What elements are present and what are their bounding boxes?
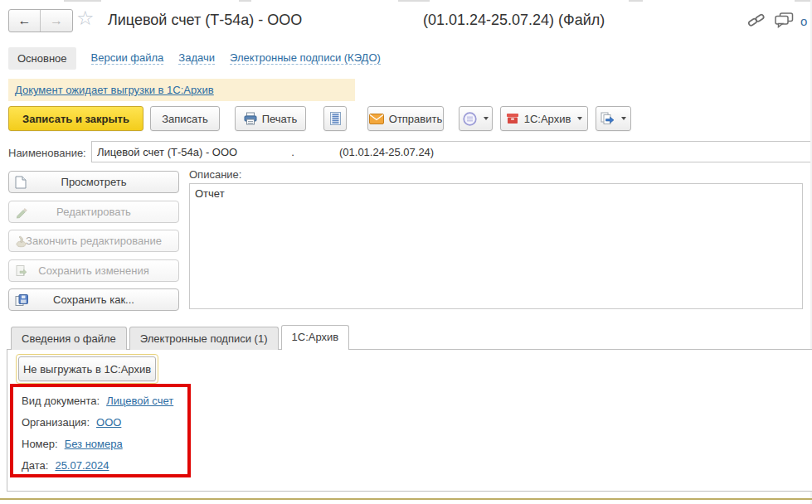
number-link[interactable]: Без номера [65, 438, 123, 450]
nav-link-file-versions[interactable]: Версии файла [91, 51, 164, 65]
discussions-icon[interactable] [775, 12, 794, 31]
page-arrow-icon [15, 264, 27, 277]
name-input[interactable] [91, 141, 812, 162]
field-row-organization: Организация: ООО [22, 414, 187, 429]
cut-off-label: о [800, 14, 807, 28]
esign-menu-button[interactable] [459, 106, 493, 131]
field-row-number: Номер: Без номера [22, 436, 187, 451]
view-file-button[interactable]: Просмотреть [8, 171, 179, 193]
save-as-label: Сохранить как... [53, 293, 134, 306]
save-button[interactable]: Записать [150, 106, 220, 131]
history-nav-group: ← → [8, 9, 73, 32]
tab-esignatures[interactable]: Электронные подписи (1) [129, 327, 279, 350]
organization-link[interactable]: ООО [96, 416, 121, 429]
top-edge-remnant [795, 0, 812, 2]
window-bottom-divider [0, 498, 812, 500]
document-icon [15, 176, 27, 189]
page-title: Лицевой счет (Т-54а) - ООО [108, 12, 302, 29]
archive-tab-panel: Не выгружать в 1С:Архив Вид документа: Л… [7, 349, 812, 492]
annotation-red-box: Вид документа: Лицевой счет Организация:… [10, 384, 191, 477]
toolbar: Записать и закрыть Записать Печать [8, 106, 631, 131]
pencil-icon [15, 206, 27, 218]
name-field-label: Наименование: [8, 147, 86, 159]
print-button-label: Печать [262, 113, 298, 125]
top-edge-remnant [629, 0, 643, 2]
save-changes-button[interactable]: Сохранить изменения [8, 259, 179, 282]
get-link-icon[interactable] [747, 12, 766, 31]
nav-link-tasks[interactable]: Задачи [178, 51, 215, 65]
chevron-down-icon [484, 117, 489, 120]
report-icon [330, 112, 341, 125]
archive-box-icon [506, 113, 519, 124]
tab-osnovnoe[interactable]: Основное [8, 47, 76, 70]
favorite-star-icon[interactable]: ☆ [76, 8, 95, 28]
send-button-label: Отправить [389, 113, 442, 125]
window-file-card: ← → ☆ Лицевой счет (Т-54а) - ООО (01.01.… [0, 0, 812, 504]
page-title-dates: (01.01.24-25.07.24) (Файл) [423, 12, 605, 29]
edit-file-button[interactable]: Редактировать [8, 201, 179, 223]
top-edge-remnant [239, 0, 251, 2]
field-row-document-kind: Вид документа: Лицевой счет [22, 393, 187, 408]
top-edge-remnant [64, 0, 101, 2]
finish-editing-label: Закончить редактирование [26, 235, 162, 247]
date-link[interactable]: 25.07.2024 [55, 459, 109, 472]
view-file-label: Просмотреть [61, 176, 127, 188]
form-nav-tabs: Основное Версии файла Задачи Электронные… [8, 46, 381, 70]
description-textarea[interactable]: Отчет [189, 183, 803, 309]
report-button[interactable] [323, 106, 347, 131]
archive-pending-banner: Документ ожидает выгрузки в 1С:Архив [8, 79, 355, 101]
default-button-ring: Не выгружать в 1С:Архив [16, 354, 158, 384]
envelope-icon [369, 114, 384, 124]
chevron-down-icon [621, 117, 626, 120]
forward-icon[interactable]: → [41, 10, 72, 32]
chevron-down-icon [577, 117, 582, 120]
printer-icon [244, 112, 257, 125]
save-as-button[interactable]: Сохранить как... [8, 288, 179, 311]
inkwell-icon [15, 235, 27, 247]
export-menu-button[interactable] [596, 106, 631, 131]
nav-link-esign-kedo[interactable]: Электронные подписи (КЭДО) [230, 51, 381, 65]
export-icon [600, 112, 615, 125]
organization-label: Организация: [22, 416, 90, 429]
detail-tabs: Сведения о файле Электронные подписи (1)… [7, 327, 349, 350]
archive-button-label: 1С:Архив [524, 113, 571, 125]
floppy-icon [15, 293, 28, 306]
date-label: Дата: [22, 459, 48, 472]
archive-pending-link[interactable]: Документ ожидает выгрузки в 1С:Архив [15, 84, 214, 96]
document-kind-link[interactable]: Лицевой счет [106, 395, 173, 407]
seal-icon [463, 112, 477, 126]
edit-file-label: Редактировать [56, 206, 131, 218]
back-icon[interactable]: ← [9, 10, 41, 32]
finish-editing-button[interactable]: Закончить редактирование [8, 230, 179, 252]
document-kind-label: Вид документа: [22, 395, 100, 407]
print-button[interactable]: Печать [235, 106, 306, 131]
tab-file-info[interactable]: Сведения о файле [11, 327, 127, 350]
archive-menu-button[interactable]: 1С:Архив [500, 106, 588, 131]
tab-1c-archive[interactable]: 1С:Архив [281, 325, 350, 350]
description-label: Описание: [189, 168, 241, 181]
save-and-close-button[interactable]: Записать и закрыть [8, 106, 143, 131]
top-edge-remnant [398, 0, 430, 2]
skip-archive-upload-button[interactable]: Не выгружать в 1С:Архив [18, 356, 156, 381]
field-row-date: Дата: 25.07.2024 [22, 458, 187, 472]
save-changes-label: Сохранить изменения [38, 264, 149, 277]
send-button[interactable]: Отправить [367, 106, 444, 131]
number-label: Номер: [22, 438, 58, 450]
